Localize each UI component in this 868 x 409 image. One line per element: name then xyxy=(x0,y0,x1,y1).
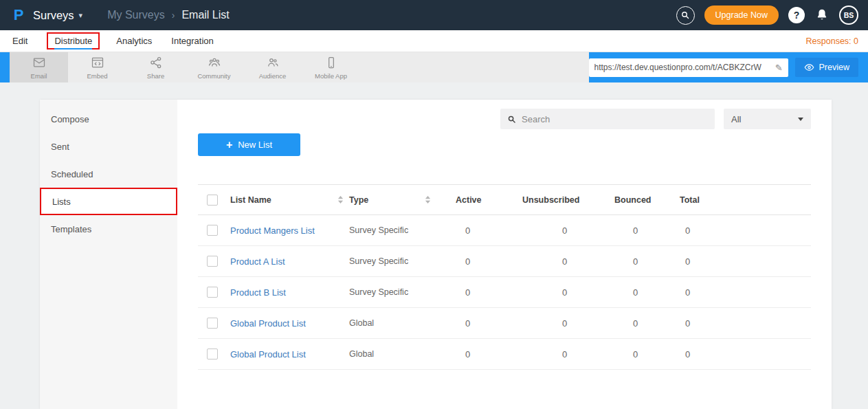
channel-embed-label: Embed xyxy=(87,72,107,80)
topbar-actions: Upgrade Now ? BS xyxy=(676,5,858,25)
active-count: 0 xyxy=(456,318,522,329)
upgrade-now-button[interactable]: Upgrade Now xyxy=(704,5,779,25)
list-search-box xyxy=(500,109,715,129)
mobile-app-icon xyxy=(324,56,338,69)
table-header-row: List Name Type Active Unsubscribed Bounc… xyxy=(198,184,811,215)
edit-url-pencil-icon[interactable]: ✎ xyxy=(775,63,783,73)
tab-distribute[interactable]: Distribute xyxy=(54,36,92,49)
community-icon xyxy=(208,56,221,69)
list-filter-select[interactable]: All xyxy=(724,109,811,129)
help-button[interactable]: ? xyxy=(788,7,805,23)
list-name-link[interactable]: Product B List xyxy=(230,287,286,298)
list-type: Survey Specific xyxy=(349,225,408,235)
list-controls: All xyxy=(198,109,811,129)
chevron-down-icon xyxy=(798,118,803,121)
survey-link-area: ✎ Preview xyxy=(589,52,868,82)
channel-toolbar: Email Embed Share Community Audience Mob… xyxy=(10,52,589,82)
embed-code-icon xyxy=(91,56,104,69)
list-name-link[interactable]: Global Product List xyxy=(230,349,306,360)
bounced-count: 0 xyxy=(614,318,680,329)
table-row: Product A List Survey Specific 0 0 0 0 xyxy=(198,246,811,277)
audience-icon xyxy=(266,56,280,69)
distribute-channel-strip: Email Embed Share Community Audience Mob… xyxy=(0,52,868,82)
row-checkbox[interactable] xyxy=(207,256,218,267)
list-type: Global xyxy=(349,318,374,328)
sidebar-item-sent[interactable]: Sent xyxy=(40,133,177,160)
search-icon xyxy=(680,10,690,20)
email-icon xyxy=(32,56,46,69)
total-count: 0 xyxy=(680,256,811,267)
sidebar-item-templates[interactable]: Templates xyxy=(40,215,177,243)
bounced-count: 0 xyxy=(614,225,680,236)
questionpro-logo: P xyxy=(10,6,27,24)
email-lists-table: List Name Type Active Unsubscribed Bounc… xyxy=(198,184,811,370)
new-list-button[interactable]: + New List xyxy=(198,133,300,156)
header-list-name: List Name xyxy=(230,195,271,205)
sidebar-item-scheduled[interactable]: Scheduled xyxy=(40,160,177,188)
user-avatar[interactable]: BS xyxy=(839,5,858,25)
sort-type-icon[interactable] xyxy=(425,195,431,204)
tab-edit[interactable]: Edit xyxy=(12,36,27,46)
unsubscribed-count: 0 xyxy=(522,225,614,236)
new-list-button-label: New List xyxy=(238,140,272,150)
sidebar-item-lists[interactable]: Lists xyxy=(40,188,177,215)
total-count: 0 xyxy=(680,287,811,298)
channel-share[interactable]: Share xyxy=(126,52,185,82)
channel-audience[interactable]: Audience xyxy=(243,52,302,82)
header-unsubscribed: Unsubscribed xyxy=(522,195,614,205)
email-lists-card: Compose Sent Scheduled Lists Templates A… xyxy=(40,100,832,409)
table-row: Global Product List Global 0 0 0 0 xyxy=(198,339,811,370)
table-row: Global Product List Global 0 0 0 0 xyxy=(198,308,811,339)
total-count: 0 xyxy=(680,225,811,236)
search-icon xyxy=(507,115,516,124)
tab-analytics[interactable]: Analytics xyxy=(116,36,152,46)
list-name-link[interactable]: Global Product List xyxy=(230,318,306,329)
breadcrumb-my-surveys[interactable]: My Surveys xyxy=(107,9,165,21)
chevron-down-icon: ▾ xyxy=(79,11,83,20)
list-type: Survey Specific xyxy=(349,256,408,266)
select-all-checkbox[interactable] xyxy=(207,195,218,206)
row-checkbox[interactable] xyxy=(207,287,218,298)
lists-panel: All + New List List Name Type xyxy=(177,100,832,409)
header-bounced: Bounced xyxy=(614,195,680,205)
total-count: 0 xyxy=(680,349,811,360)
plus-icon: + xyxy=(226,140,232,151)
list-search-input[interactable] xyxy=(522,114,708,124)
preview-button-label: Preview xyxy=(819,63,849,72)
bounced-count: 0 xyxy=(614,287,680,298)
survey-url-box: ✎ xyxy=(589,58,788,77)
row-checkbox[interactable] xyxy=(207,318,218,329)
channel-embed[interactable]: Embed xyxy=(68,52,126,82)
unsubscribed-count: 0 xyxy=(522,287,614,298)
sort-list-name-icon[interactable] xyxy=(337,195,344,204)
annotation-box-distribute: Distribute xyxy=(47,32,100,49)
page-content: Compose Sent Scheduled Lists Templates A… xyxy=(0,82,868,409)
survey-url-input[interactable] xyxy=(594,63,772,72)
list-name-link[interactable]: Product Mangers List xyxy=(230,225,315,236)
bounced-count: 0 xyxy=(614,256,680,267)
surveys-product-menu[interactable]: Surveys ▾ xyxy=(33,9,82,22)
topbar: P Surveys ▾ My Surveys › Email List Upgr… xyxy=(0,0,868,30)
preview-button[interactable]: Preview xyxy=(795,58,858,77)
notifications-bell-icon[interactable] xyxy=(814,8,830,23)
channel-mobile-app[interactable]: Mobile App xyxy=(302,52,360,82)
table-row: Product Mangers List Survey Specific 0 0… xyxy=(198,215,811,246)
channel-email[interactable]: Email xyxy=(10,52,68,82)
list-type: Global xyxy=(349,349,374,359)
survey-section-tabs: Edit Distribute Analytics Integration Re… xyxy=(0,30,868,52)
surveys-menu-label: Surveys xyxy=(33,9,74,22)
unsubscribed-count: 0 xyxy=(522,349,614,360)
channel-community[interactable]: Community xyxy=(185,52,243,82)
row-checkbox[interactable] xyxy=(207,225,218,236)
tab-integration[interactable]: Integration xyxy=(171,36,213,46)
responses-count[interactable]: Responses: 0 xyxy=(806,36,858,46)
global-search-button[interactable] xyxy=(676,6,695,25)
email-sidebar: Compose Sent Scheduled Lists Templates xyxy=(40,100,177,409)
sidebar-item-compose[interactable]: Compose xyxy=(40,105,177,133)
breadcrumb-separator-icon: › xyxy=(172,10,175,21)
header-active: Active xyxy=(456,195,522,205)
list-name-link[interactable]: Product A List xyxy=(230,256,285,267)
header-type: Type xyxy=(349,195,368,205)
row-checkbox[interactable] xyxy=(207,349,218,360)
breadcrumb-current-page: Email List xyxy=(181,9,229,21)
